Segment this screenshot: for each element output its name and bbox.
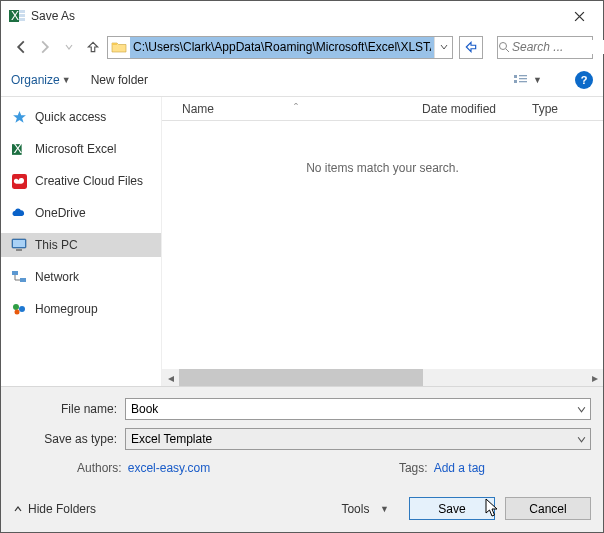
- file-list-pane: Nameˆ Date modified Type No items match …: [161, 97, 603, 386]
- sidebar-item-network[interactable]: Network: [1, 265, 161, 289]
- svg-rect-3: [19, 14, 25, 17]
- sidebar-item-creative-cloud[interactable]: Creative Cloud Files: [1, 169, 161, 193]
- computer-icon: [11, 237, 27, 253]
- svg-rect-8: [514, 80, 517, 83]
- col-date[interactable]: Date modified: [422, 102, 532, 116]
- scroll-thumb[interactable]: [179, 369, 423, 386]
- folder-icon: [108, 37, 130, 58]
- save-type-label: Save as type:: [13, 432, 125, 446]
- svg-rect-2: [19, 10, 25, 13]
- save-as-dialog: X Save As Organize ▼ New folder: [0, 0, 604, 533]
- svg-rect-17: [16, 249, 22, 251]
- save-type-combo[interactable]: [125, 428, 591, 450]
- svg-rect-11: [519, 81, 527, 82]
- empty-message: No items match your search.: [162, 121, 603, 369]
- titlebar: X Save As: [1, 1, 603, 31]
- svg-rect-10: [519, 78, 527, 79]
- view-options-button[interactable]: ▼: [510, 70, 545, 90]
- svg-rect-19: [20, 278, 26, 282]
- excel-icon: X: [11, 141, 27, 157]
- svg-point-20: [13, 304, 19, 310]
- sidebar-item-label: Network: [35, 270, 79, 284]
- search-icon: [498, 41, 510, 53]
- nav-bar: [1, 31, 603, 63]
- sidebar-item-quick-access[interactable]: Quick access: [1, 105, 161, 129]
- horizontal-scrollbar[interactable]: ◂ ▸: [162, 369, 603, 386]
- col-name[interactable]: Name: [182, 102, 214, 116]
- view-icon: [513, 73, 529, 87]
- tools-menu[interactable]: Tools ▼: [341, 502, 389, 516]
- address-bar[interactable]: [107, 36, 453, 59]
- file-name-input[interactable]: [126, 402, 572, 416]
- svg-rect-9: [519, 75, 527, 76]
- go-refresh-button[interactable]: [459, 36, 483, 59]
- chevron-down-icon[interactable]: [572, 435, 590, 444]
- footer: Hide Folders Tools ▼ Save Cancel: [13, 497, 591, 520]
- sidebar-item-label: Quick access: [35, 110, 106, 124]
- svg-rect-4: [19, 18, 25, 21]
- search-box[interactable]: [497, 36, 593, 59]
- hide-folders-toggle[interactable]: Hide Folders: [13, 502, 96, 516]
- sidebar-item-label: Homegroup: [35, 302, 98, 316]
- scroll-left-icon[interactable]: ◂: [162, 369, 179, 386]
- address-history-dropdown[interactable]: [434, 37, 452, 58]
- chevron-down-icon: ▼: [62, 75, 71, 85]
- scroll-track[interactable]: [179, 369, 586, 386]
- toolbar: Organize ▼ New folder ▼ ?: [1, 63, 603, 97]
- address-input[interactable]: [130, 37, 434, 58]
- up-button[interactable]: [83, 37, 103, 57]
- cancel-button[interactable]: Cancel: [505, 497, 591, 520]
- tags-label: Tags:: [399, 461, 428, 475]
- help-button[interactable]: ?: [575, 71, 593, 89]
- organize-label: Organize: [11, 73, 60, 87]
- svg-point-22: [15, 310, 20, 315]
- sidebar-item-label: OneDrive: [35, 206, 86, 220]
- authors-label: Authors:: [77, 461, 122, 475]
- sort-indicator-icon: ˆ: [294, 102, 298, 116]
- body: Quick access X Microsoft Excel Creative …: [1, 97, 603, 386]
- bottom-panel: File name: Save as type: Authors: excel-…: [1, 386, 603, 532]
- forward-button[interactable]: [35, 37, 55, 57]
- save-button[interactable]: Save: [409, 497, 495, 520]
- excel-app-icon: X: [9, 8, 25, 24]
- chevron-up-icon: [13, 504, 23, 514]
- new-folder-button[interactable]: New folder: [91, 73, 148, 87]
- save-type-value[interactable]: [126, 432, 572, 446]
- network-icon: [11, 269, 27, 285]
- onedrive-icon: [11, 205, 27, 221]
- chevron-down-icon: ▼: [533, 75, 542, 85]
- sidebar-item-this-pc[interactable]: This PC: [1, 233, 161, 257]
- creative-cloud-icon: [11, 173, 27, 189]
- svg-text:X: X: [11, 9, 19, 23]
- file-name-combo[interactable]: [125, 398, 591, 420]
- sidebar-item-label: Creative Cloud Files: [35, 174, 143, 188]
- sidebar-item-excel[interactable]: X Microsoft Excel: [1, 137, 161, 161]
- chevron-down-icon[interactable]: [572, 405, 590, 414]
- window-title: Save As: [31, 9, 559, 23]
- close-button[interactable]: [559, 2, 599, 30]
- svg-rect-16: [13, 240, 25, 247]
- sidebar-item-label: Microsoft Excel: [35, 142, 116, 156]
- tags-value[interactable]: Add a tag: [434, 461, 485, 475]
- authors-value[interactable]: excel-easy.com: [128, 461, 210, 475]
- sidebar-item-label: This PC: [35, 238, 78, 252]
- nav-tree: Quick access X Microsoft Excel Creative …: [1, 97, 161, 386]
- svg-text:X: X: [13, 142, 22, 156]
- file-name-label: File name:: [13, 402, 125, 416]
- sidebar-item-onedrive[interactable]: OneDrive: [1, 201, 161, 225]
- column-headers[interactable]: Nameˆ Date modified Type: [162, 97, 603, 121]
- svg-point-6: [500, 43, 507, 50]
- scroll-right-icon[interactable]: ▸: [586, 369, 603, 386]
- svg-rect-18: [12, 271, 18, 275]
- hide-folders-label: Hide Folders: [28, 502, 96, 516]
- organize-menu[interactable]: Organize ▼: [11, 73, 71, 87]
- file-metadata: Authors: excel-easy.com Tags: Add a tag: [13, 457, 591, 479]
- search-input[interactable]: [510, 40, 604, 54]
- recent-dropdown[interactable]: [59, 37, 79, 57]
- sidebar-item-homegroup[interactable]: Homegroup: [1, 297, 161, 321]
- back-button[interactable]: [11, 37, 31, 57]
- star-icon: [11, 109, 27, 125]
- svg-rect-5: [112, 43, 117, 45]
- chevron-down-icon: ▼: [380, 504, 389, 514]
- col-type[interactable]: Type: [532, 102, 603, 116]
